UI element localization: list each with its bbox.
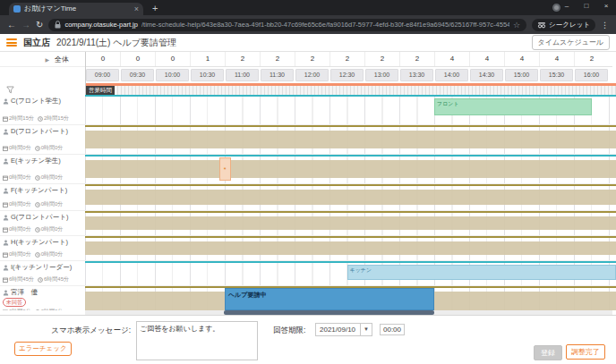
count-cell: 2 xyxy=(574,52,609,66)
employee-timeline-track[interactable]: キッチン xyxy=(85,261,616,286)
page-title: 2021/9/11(土) ヘルプ要請管理 xyxy=(56,37,526,49)
employee-name: F(キッチンパート) xyxy=(11,186,67,195)
requested-hours: 0時間0分 xyxy=(9,200,31,208)
count-cell: 2 xyxy=(225,52,260,66)
employee-name: D(フロントパート) xyxy=(11,127,68,136)
count-cell: 0 xyxy=(120,52,155,66)
back-icon[interactable]: ← xyxy=(7,21,16,30)
employee-name-cell[interactable]: G(フロントパート)0時間0分0時間0分 xyxy=(0,211,85,236)
employee-name-cell[interactable]: D(フロントパート)0時間0分0時間0分 xyxy=(0,125,85,155)
register-button[interactable]: 登録 xyxy=(534,345,562,360)
employee-timeline-track[interactable]: * xyxy=(85,155,616,184)
employee-timeline-track[interactable]: フロント xyxy=(85,95,616,125)
employee-timeline-track[interactable] xyxy=(85,236,616,261)
count-cell: 4 xyxy=(504,52,539,66)
bookmark-star-icon[interactable]: ☆ xyxy=(513,21,520,30)
overall-header: ▶ 全体 xyxy=(0,52,85,67)
employee-name-cell[interactable]: F(キッチンパート)0時間0分0時間0分 xyxy=(0,184,85,211)
window-minimize-button[interactable]: – xyxy=(557,0,577,13)
requested-hours-icon xyxy=(3,227,8,233)
url-domain: company.otasuke-part.jp xyxy=(64,21,138,29)
assigned-hours: 0時間0分 xyxy=(41,174,64,182)
highlight-cell[interactable]: * xyxy=(219,157,231,181)
employee-name-cell[interactable]: I(キッチンリーダー)6時間45分6時間45分 xyxy=(0,261,85,286)
employee-rows: C(フロント学生)2時間15分2時間15分フロントD(フロントパート)0時間0分… xyxy=(0,95,616,310)
business-hours-strip: 営業時間 xyxy=(85,86,616,95)
expander-icon[interactable]: ▶ xyxy=(45,56,49,63)
time-cell: 12:00 xyxy=(295,67,329,83)
address-bar[interactable]: company.otasuke-part.jp /time-schedule-h… xyxy=(48,19,526,31)
employee-name: G(フロントパート) xyxy=(11,213,68,222)
employee-name-cell[interactable]: E(キッチン学生)0時間0分0時間0分 xyxy=(0,155,85,184)
requested-hours-icon xyxy=(3,277,8,283)
shift-bar-label: ヘルプ要請中 xyxy=(226,289,433,301)
employee-name-cell[interactable]: H(キッチンパート)0時間0分0時間0分 xyxy=(0,236,85,261)
requested-hours-icon xyxy=(3,202,8,207)
person-icon xyxy=(3,129,9,135)
time-cell: 11:00 xyxy=(225,67,260,83)
store-name: 国立店 xyxy=(23,37,50,49)
smartphone-message-label: スマホ表示メッセージ: xyxy=(51,326,131,336)
reload-icon[interactable]: ↻ xyxy=(36,21,43,30)
answer-deadline-label: 回答期限: xyxy=(273,326,305,336)
unavailable-band xyxy=(85,216,616,230)
unavailable-band xyxy=(85,241,616,255)
time-schedule-mode-button[interactable]: タイムスケジュール xyxy=(532,35,611,50)
staff-count-row: 000122222244442 xyxy=(85,52,612,67)
tab-close-icon[interactable]: × xyxy=(134,3,139,15)
employee-hours: 0時間0分0時間0分 xyxy=(3,174,63,182)
time-cell: 16:00 xyxy=(574,67,609,83)
shift-bar-label: フロント xyxy=(435,99,591,109)
employee-name-cell[interactable]: 宮澤 優未回答0時間0分0時間0分 xyxy=(0,286,85,310)
time-cell: 15:00 xyxy=(504,67,539,83)
time-cell: 09:00 xyxy=(85,67,120,83)
count-cell: 2 xyxy=(260,52,295,66)
smartphone-message-input[interactable]: ご回答をお願いします。 xyxy=(136,321,258,360)
new-tab-button[interactable]: + xyxy=(152,3,158,14)
browser-toolbar: ← → ↻ company.otasuke-part.jp /time-sche… xyxy=(0,15,616,34)
unavailable-band xyxy=(85,131,616,148)
employee-row: F(キッチンパート)0時間0分0時間0分 xyxy=(0,184,616,211)
incognito-label: シークレット xyxy=(549,21,590,30)
filter-icon[interactable] xyxy=(6,86,14,94)
status-badge: 未回答 xyxy=(3,298,26,307)
window-close-button[interactable]: × xyxy=(596,0,616,13)
requested-hours: 0時間0分 xyxy=(9,144,31,152)
employee-timeline-track[interactable] xyxy=(85,211,616,236)
employee-timeline-track[interactable] xyxy=(85,125,616,155)
hamburger-menu-icon[interactable] xyxy=(6,38,17,47)
shift-bar-blue[interactable]: ヘルプ要請中 xyxy=(225,288,434,310)
person-icon xyxy=(3,158,9,165)
requested-hours: 0時間0分 xyxy=(9,225,31,233)
time-cell: 15:30 xyxy=(539,67,574,83)
lock-icon xyxy=(55,21,61,29)
assigned-hours-icon xyxy=(35,175,40,181)
count-cell: 4 xyxy=(539,52,574,66)
employee-hours: 0時間0分0時間0分 xyxy=(3,200,63,208)
shift-bar-green[interactable]: フロント xyxy=(434,98,592,115)
requested-hours-icon xyxy=(3,252,8,258)
employee-name: E(キッチン学生) xyxy=(11,157,61,165)
browser-tab[interactable]: お助けマンTime × xyxy=(9,3,143,15)
deadline-date-select[interactable]: 2021/09/10 ▼ xyxy=(315,323,372,336)
window-maximize-button[interactable]: □ xyxy=(577,0,596,13)
employee-row: E(キッチン学生)0時間0分0時間0分* xyxy=(0,155,616,184)
tab-title: お助けマンTime xyxy=(24,3,131,15)
employee-timeline-track[interactable]: ヘルプ要請中 xyxy=(85,286,616,310)
employee-hours: 6時間45分6時間45分 xyxy=(3,275,69,284)
deadline-time-input[interactable]: 00:00 xyxy=(380,324,405,335)
deadline-date-value: 2021/09/10 xyxy=(316,326,360,334)
time-cell: 14:30 xyxy=(469,67,504,83)
employee-name: C(フロント学生) xyxy=(11,97,61,106)
assigned-hours-icon xyxy=(35,227,40,233)
chevron-down-icon[interactable]: ▼ xyxy=(360,324,372,335)
requested-hours-icon xyxy=(3,146,8,151)
shift-bar-cyan[interactable]: キッチン xyxy=(347,265,616,280)
assigned-hours: 0時間0分 xyxy=(41,200,64,208)
employee-name-cell[interactable]: C(フロント学生)2時間15分2時間15分 xyxy=(0,95,85,125)
employee-row: C(フロント学生)2時間15分2時間15分フロント xyxy=(0,95,616,125)
error-check-button[interactable]: エラーチェック xyxy=(14,342,72,356)
browser-menu-icon[interactable]: ⋮ xyxy=(601,21,609,30)
employee-timeline-track[interactable] xyxy=(85,184,616,211)
adjust-complete-button[interactable]: 調整完了 xyxy=(566,344,605,360)
